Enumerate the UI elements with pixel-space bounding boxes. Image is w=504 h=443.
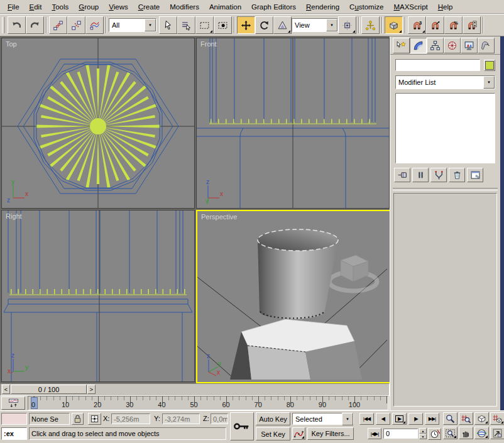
toolbar-separator	[106, 17, 107, 33]
toolbar-grip[interactable]	[2, 17, 5, 33]
window-crossing-toggle-button[interactable]	[214, 16, 232, 34]
menu-group[interactable]: Group	[74, 2, 104, 12]
select-by-name-button[interactable]	[177, 16, 195, 34]
select-and-scale-button[interactable]	[273, 16, 292, 34]
selection-filter-dropdown[interactable]: All ▼	[109, 18, 156, 32]
redo-button[interactable]	[26, 16, 44, 34]
viewport-front[interactable]: Front z y x	[196, 38, 390, 209]
make-unique-button[interactable]	[430, 168, 447, 182]
tab-display[interactable]	[461, 38, 478, 53]
dropdown-arrow-icon[interactable]: ▼	[342, 413, 353, 425]
z-coordinate-label: Z:	[203, 415, 209, 422]
tab-modify[interactable]	[410, 38, 427, 53]
time-slider-handle[interactable]: 0 / 100	[11, 385, 87, 394]
viewport-top[interactable]: Top y z x	[1, 38, 195, 209]
dropdown-arrow-icon[interactable]: ▼	[145, 19, 156, 31]
zoom-button[interactable]	[443, 412, 457, 425]
zoom-extents-button[interactable]	[474, 412, 489, 425]
select-and-rotate-button[interactable]	[255, 16, 273, 34]
tab-hierarchy[interactable]	[427, 38, 444, 53]
auto-key-button[interactable]: Auto Key	[256, 412, 290, 425]
pin-stack-button[interactable]	[394, 168, 410, 182]
menu-animation[interactable]: Animation	[204, 2, 246, 12]
menu-views[interactable]: Views	[104, 2, 133, 12]
tab-create[interactable]	[393, 38, 410, 53]
spinner-up-icon[interactable]: ▲	[419, 428, 427, 434]
angle-snap-toggle-button[interactable]	[426, 16, 444, 34]
time-slider-previous-button[interactable]: <	[2, 385, 10, 394]
viewport-perspective[interactable]: Perspective	[196, 210, 391, 383]
zoom-all-button[interactable]	[459, 412, 473, 425]
snaps-toggle-button[interactable]	[385, 16, 403, 34]
percent-snap-toggle-button[interactable]	[444, 16, 463, 34]
frame-spinner[interactable]: ▲▼	[419, 428, 427, 439]
configure-modifier-sets-button[interactable]	[467, 168, 483, 182]
time-slider: < 0 / 100 >	[0, 383, 390, 396]
macro-recorder-pane[interactable]	[1, 413, 27, 425]
object-color-swatch[interactable]	[484, 60, 495, 71]
menu-help[interactable]: Help	[433, 2, 458, 12]
x-coordinate-field[interactable]: -5,256m	[111, 413, 150, 424]
viewport-right[interactable]: Right z x y	[1, 210, 195, 382]
next-frame-button[interactable]: |▶	[408, 413, 423, 425]
zoom-extents-all-button[interactable]	[490, 412, 504, 425]
object-name-field[interactable]	[395, 59, 480, 71]
key-selection-filter-dropdown[interactable]: Selected ▼	[292, 413, 354, 425]
track-bar-ruler[interactable]: 0102030405060708090100	[28, 396, 388, 410]
rollout-area[interactable]	[393, 193, 497, 407]
maximize-viewport-toggle-button[interactable]	[490, 427, 504, 439]
select-object-button[interactable]	[159, 16, 177, 34]
select-and-link-button[interactable]	[49, 16, 67, 34]
pan-view-button[interactable]	[459, 427, 473, 439]
maxscript-mini-listener[interactable]: :ex	[1, 427, 27, 440]
key-mode-toggle-button[interactable]: |◀▶|	[368, 428, 381, 439]
dropdown-arrow-icon[interactable]: ▼	[483, 76, 495, 89]
zoom-region-button[interactable]	[443, 427, 457, 439]
menu-maxscript[interactable]: MAXScript	[388, 2, 432, 12]
menu-customize[interactable]: Customize	[344, 2, 388, 12]
tab-motion[interactable]	[444, 38, 461, 53]
menu-create[interactable]: Create	[133, 2, 165, 12]
modifier-stack-list[interactable]	[395, 93, 495, 163]
select-and-move-button[interactable]	[237, 16, 255, 34]
snap-toggle-3d-button[interactable]	[408, 16, 426, 34]
go-to-end-button[interactable]: ▶▶|	[425, 413, 439, 425]
time-slider-next-button[interactable]: >	[87, 385, 96, 394]
play-animation-button[interactable]: ▶	[392, 413, 407, 425]
spinner-down-icon[interactable]: ▼	[419, 434, 427, 439]
bind-to-space-warp-button[interactable]	[85, 16, 104, 34]
unlink-selection-button[interactable]	[67, 16, 85, 34]
go-to-start-button[interactable]: |◀◀	[359, 413, 374, 425]
default-key-tangent-button[interactable]	[292, 427, 305, 440]
reference-coordinate-system-dropdown[interactable]: View ▼	[292, 18, 338, 32]
rectangular-selection-region-button[interactable]	[195, 16, 214, 34]
menu-edit[interactable]: Edit	[25, 2, 47, 12]
key-filters-button[interactable]: Key Filters...	[307, 427, 354, 440]
select-and-manipulate-button[interactable]	[361, 16, 380, 34]
modifier-list-dropdown[interactable]: Modifier List ▼	[395, 75, 495, 89]
time-configuration-button[interactable]	[428, 428, 441, 440]
use-pivot-point-center-button[interactable]	[338, 16, 356, 34]
menu-graph-editors[interactable]: Graph Editors	[246, 2, 301, 12]
set-keys-button[interactable]	[230, 412, 254, 440]
remove-modifier-button[interactable]	[449, 168, 465, 182]
open-mini-curve-editor-button[interactable]	[1, 397, 25, 410]
absolute-mode-transform-button[interactable]	[88, 413, 101, 425]
dropdown-arrow-icon[interactable]: ▼	[326, 19, 337, 31]
menu-modifiers[interactable]: Modifiers	[165, 2, 204, 12]
y-coordinate-field[interactable]: -3,274m	[162, 413, 200, 424]
x-coordinate-label: X:	[103, 415, 109, 422]
z-coordinate-field[interactable]: 0,0m	[211, 413, 228, 424]
current-frame-field[interactable]: 0	[383, 429, 418, 439]
menu-file[interactable]: File	[3, 2, 25, 12]
show-end-result-button[interactable]	[412, 168, 429, 182]
menu-tools[interactable]: Tools	[47, 2, 74, 12]
menu-rendering[interactable]: Rendering	[301, 2, 344, 12]
set-key-button[interactable]: Set Key	[256, 427, 290, 440]
undo-button[interactable]	[8, 16, 26, 34]
previous-frame-button[interactable]: ◀|	[376, 413, 390, 425]
selection-lock-toggle-button[interactable]	[72, 413, 84, 425]
spinner-snap-toggle-button[interactable]	[463, 16, 481, 34]
tab-utilities[interactable]	[478, 38, 495, 53]
arc-rotate-button[interactable]	[474, 427, 489, 439]
